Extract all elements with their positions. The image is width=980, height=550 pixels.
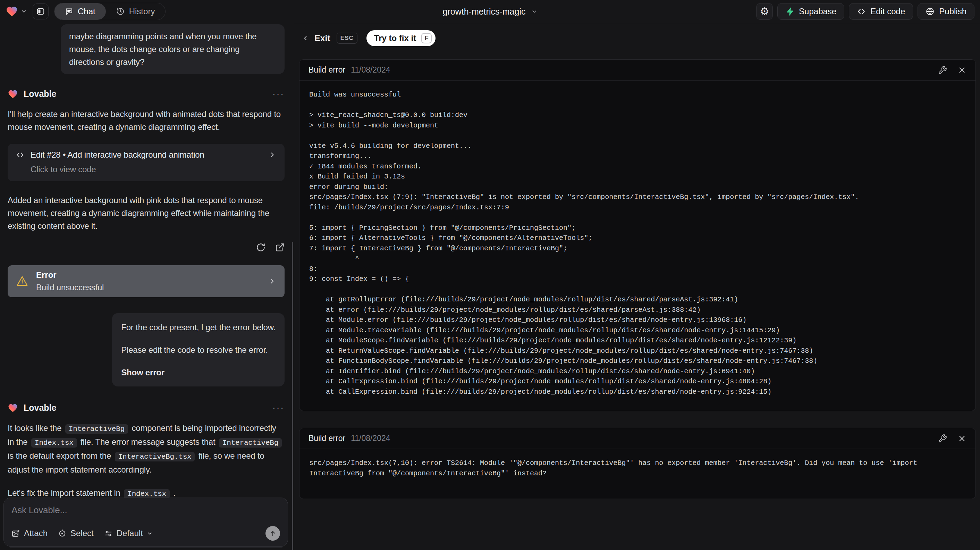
assistant-message-header: Lovable ··· (8, 402, 285, 413)
heart-gradient-icon (8, 89, 18, 99)
user-message-line: For the code present, I get the error be… (121, 321, 275, 334)
close-icon[interactable] (958, 65, 966, 75)
more-options-icon[interactable]: ··· (272, 402, 285, 413)
exit-label: Exit (314, 33, 330, 43)
composer: Attach Select Default (3, 497, 288, 547)
select-button[interactable]: Select (58, 528, 94, 538)
chevron-down-icon (21, 8, 27, 14)
tab-history[interactable]: History (106, 3, 165, 20)
build-error-card[interactable]: Error Build unsuccessful (8, 265, 285, 297)
globe-icon (926, 7, 935, 16)
try-to-fix-button[interactable]: Try to fix it F (366, 30, 436, 46)
chat-history-tabs: Chat History (54, 3, 165, 20)
supabase-bolt-icon (785, 7, 794, 16)
edit-code-label: Edit code (870, 6, 905, 16)
assistant-text: I'll help create an interactive backgrou… (8, 108, 285, 133)
edit-card-title: Edit #28 • Add interactive background an… (30, 150, 262, 160)
chevron-down-icon (531, 8, 537, 14)
composer-toolbar: Attach Select Default (11, 526, 280, 540)
edit-code-button[interactable]: Edit code (849, 3, 913, 20)
f-key-badge: F (421, 33, 432, 43)
publish-label: Publish (939, 6, 966, 16)
attach-button[interactable]: Attach (11, 528, 48, 538)
select-label: Select (70, 528, 94, 538)
tab-chat-label: Chat (78, 6, 95, 16)
chevron-left-icon (302, 35, 309, 41)
user-message: For the code present, I get the error be… (112, 313, 285, 386)
assistant-name: Lovable (24, 403, 56, 413)
show-error-link[interactable]: Show error (121, 366, 275, 379)
restore-icon[interactable] (256, 243, 266, 252)
tab-history-label: History (129, 6, 155, 16)
preview-header: Exit ESC Try to fix it F (299, 27, 976, 52)
select-target-icon (58, 529, 67, 538)
edit-card-28[interactable]: Edit #28 • Add interactive background an… (8, 144, 285, 181)
lovable-logo[interactable] (6, 5, 27, 18)
code-brackets-icon (16, 151, 24, 159)
error-card-text: Error Build unsuccessful (36, 270, 260, 292)
topbar-actions: ⚙ Supabase Edit code Publish (756, 3, 974, 20)
user-message-line: Please edit the code to resolve the erro… (121, 343, 275, 356)
error-card-title: Error (36, 270, 260, 280)
preview-panel: Exit ESC Try to fix it F Build error 11/… (294, 23, 980, 550)
sliders-icon (104, 529, 113, 538)
tab-chat[interactable]: Chat (54, 3, 106, 20)
app-root: Chat History growth-metrics-magic ⚙ (0, 0, 980, 550)
build-error-date: 11/08/2024 (351, 434, 390, 443)
chat-scrollbar[interactable] (292, 242, 293, 550)
toggle-sidebar-button[interactable] (33, 3, 49, 19)
gear-icon: ⚙ (760, 6, 769, 17)
arrow-up-icon (269, 529, 277, 537)
supabase-label: Supabase (799, 6, 836, 16)
build-error-actions (938, 434, 966, 443)
topbar: Chat History growth-metrics-magic ⚙ (0, 0, 980, 23)
close-icon[interactable] (958, 434, 966, 443)
sidebar-panel-icon (36, 7, 45, 16)
topbar-left: Chat History (6, 3, 165, 20)
heart-gradient-icon (8, 403, 18, 413)
esc-key-badge: ESC (337, 33, 358, 44)
assistant-name: Lovable (24, 89, 56, 99)
heart-gradient-icon (6, 5, 18, 18)
open-preview-icon[interactable] (275, 243, 285, 252)
chat-input[interactable] (11, 505, 280, 516)
chevron-right-icon (269, 151, 276, 159)
warning-triangle-icon (16, 275, 29, 287)
settings-button[interactable]: ⚙ (756, 3, 773, 20)
history-clock-icon (116, 7, 124, 16)
build-error-title: Build error (309, 434, 345, 443)
assistant-message-header: Lovable ··· (8, 89, 285, 99)
attach-label: Attach (24, 528, 48, 538)
build-error-log: src/pages/Index.tsx(7,10): error TS2614:… (299, 449, 975, 499)
edit-card-subtitle: Click to view code (30, 164, 276, 174)
project-switcher[interactable]: growth-metrics-magic (443, 6, 538, 17)
attach-image-icon (11, 529, 20, 538)
exit-button[interactable]: Exit (302, 33, 330, 43)
build-error-panel: Build error 11/08/2024 src/pages/Index.t… (299, 428, 976, 499)
project-name: growth-metrics-magic (443, 6, 526, 17)
send-button[interactable] (266, 526, 280, 540)
error-card-subtitle: Build unsuccessful (36, 283, 260, 292)
build-error-panel: Build error 11/08/2024 Build was unsucce… (299, 59, 976, 411)
build-error-log: Build was unsuccessful > vite_react_shad… (299, 81, 975, 411)
mode-dropdown[interactable]: Default (104, 528, 153, 538)
build-error-actions (938, 65, 966, 75)
code-brackets-icon (857, 7, 866, 16)
more-options-icon[interactable]: ··· (272, 89, 285, 99)
build-error-date: 11/08/2024 (351, 65, 390, 75)
supabase-button[interactable]: Supabase (777, 3, 844, 20)
build-error-title: Build error (309, 65, 345, 75)
build-error-header: Build error 11/08/2024 (299, 60, 975, 81)
wrench-icon[interactable] (938, 434, 947, 443)
chat-bubble-icon (65, 7, 73, 16)
user-message: maybe diagramming points and when you mo… (61, 24, 285, 74)
chevron-right-icon (268, 277, 276, 285)
assistant-text: Added an interactive background with pin… (8, 194, 285, 232)
publish-button[interactable]: Publish (918, 3, 974, 20)
assistant-text: It looks like the InteractiveBg componen… (8, 421, 285, 476)
build-error-header: Build error 11/08/2024 (299, 428, 975, 449)
chat-panel: maybe diagramming points and when you mo… (0, 23, 294, 550)
mode-label: Default (116, 528, 143, 538)
fix-label: Try to fix it (374, 33, 416, 43)
wrench-icon[interactable] (938, 65, 947, 75)
